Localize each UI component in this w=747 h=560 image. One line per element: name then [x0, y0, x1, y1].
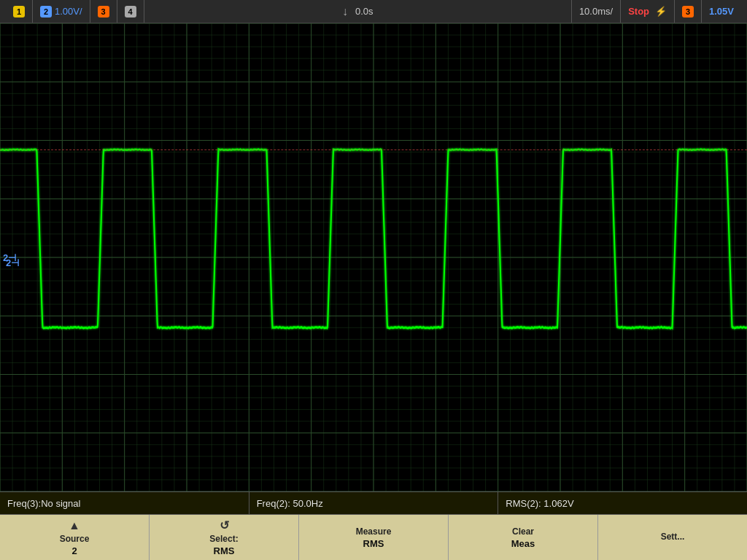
- voltage-reference: 1.05V: [702, 0, 741, 23]
- ch2-ground-marker: 2⊣: [6, 257, 19, 268]
- select-label-bottom: RMS: [214, 545, 235, 556]
- ch4-indicator: 4: [117, 0, 144, 23]
- trigger-state: Stop ⚡: [621, 0, 675, 23]
- measure-label-bottom: RMS: [363, 538, 384, 549]
- rms2-value: RMS(2): 1.062V: [506, 498, 573, 509]
- trigger-position: ↓ 0.0s: [144, 0, 572, 23]
- ch3-ref: 3: [675, 0, 702, 23]
- top-status-bar: 1 2 1.00V/ 3 4 ↓ 0.0s 10.0ms/ Stop ⚡ 3 1…: [0, 0, 747, 23]
- stop-label: Stop: [628, 6, 649, 17]
- ch3-badge: 3: [98, 6, 109, 18]
- source-label-bottom: 2: [71, 545, 77, 556]
- clear-label-top: Clear: [512, 526, 534, 537]
- grid-canvas: [0, 23, 747, 491]
- freq3-value: Freq(3):No signal: [7, 498, 80, 509]
- ch3-indicator: 3: [90, 0, 117, 23]
- oscilloscope: 1 2 1.00V/ 3 4 ↓ 0.0s 10.0ms/ Stop ⚡ 3 1…: [0, 0, 747, 560]
- waveform-display: 2⊣: [0, 23, 747, 491]
- measure-label-top: Measure: [356, 526, 392, 537]
- freq2-measurement: Freq(2): 50.0Hz: [249, 492, 499, 514]
- ch3-ref-badge: 3: [682, 6, 694, 18]
- source-arrow-icon: ▲: [69, 519, 80, 532]
- ch2-scale-value: 1.00V/: [55, 6, 82, 17]
- select-label-top: Select:: [209, 534, 238, 544]
- reference-line: [0, 149, 747, 150]
- settings-button[interactable]: Sett...: [598, 515, 747, 560]
- ch4-badge: 4: [125, 6, 136, 18]
- ch2-scale: 2 1.00V/: [33, 0, 90, 23]
- button-bar: ▲ Source 2 ↺ Select: RMS Measure RMS Cle…: [0, 515, 747, 560]
- freq3-measurement: Freq(3):No signal: [0, 492, 249, 514]
- clear-meas-button[interactable]: Clear Meas: [449, 515, 598, 560]
- time-scale-value: 10.0ms/: [579, 6, 613, 17]
- trigger-arrow-icon: ↓: [342, 5, 348, 18]
- freq2-value: Freq(2): 50.0Hz: [257, 498, 323, 509]
- clear-label-bottom: Meas: [511, 538, 535, 549]
- ch1-badge: 1: [13, 6, 25, 18]
- measure-button[interactable]: Measure RMS: [299, 515, 449, 560]
- settings-label-top: Sett...: [661, 532, 685, 542]
- select-button[interactable]: ↺ Select: RMS: [150, 515, 299, 560]
- ch2-badge: 2: [40, 6, 52, 18]
- rms2-measurement: RMS(2): 1.062V: [498, 492, 747, 514]
- ch1-indicator: 1: [6, 0, 33, 23]
- time-scale: 10.0ms/: [572, 0, 621, 23]
- measurements-bar: Freq(3):No signal Freq(2): 50.0Hz RMS(2)…: [0, 491, 747, 515]
- voltage-ref-value: 1.05V: [709, 6, 734, 17]
- select-rotate-icon: ↺: [220, 518, 229, 532]
- source-label-top: Source: [60, 534, 90, 544]
- time-position-value: 0.0s: [355, 6, 374, 17]
- source-button[interactable]: ▲ Source 2: [0, 515, 150, 560]
- trigger-mode-icon: ⚡: [655, 6, 667, 17]
